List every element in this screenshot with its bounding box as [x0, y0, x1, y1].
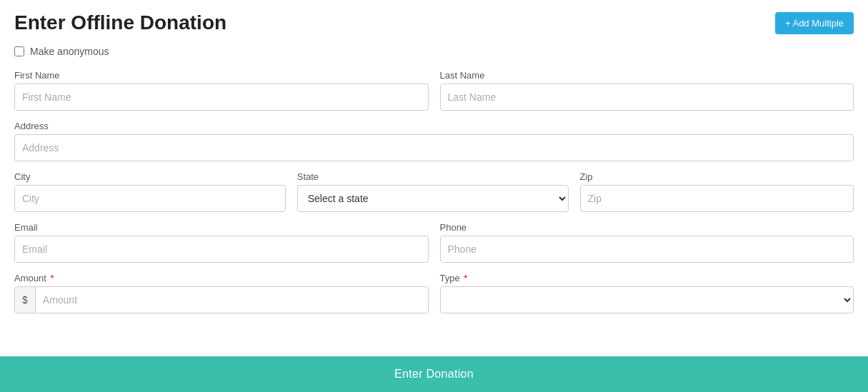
amount-input-wrapper: $ — [14, 286, 429, 313]
type-select[interactable] — [440, 286, 854, 313]
address-input[interactable] — [14, 134, 854, 161]
submit-button[interactable]: Enter Donation — [0, 356, 868, 392]
state-select[interactable]: Select a state Alabama Alaska Arizona Ca… — [297, 185, 569, 212]
address-label: Address — [14, 121, 854, 131]
phone-input[interactable] — [440, 236, 854, 263]
email-group: Email — [14, 222, 429, 263]
name-row: First Name Last Name — [14, 70, 854, 111]
state-label: State — [297, 171, 569, 182]
last-name-group: Last Name — [440, 70, 854, 111]
amount-input[interactable] — [36, 287, 428, 313]
phone-group: Phone — [440, 222, 854, 263]
zip-group: Zip — [580, 171, 854, 212]
amount-label: Amount * — [14, 273, 429, 283]
first-name-input[interactable] — [14, 84, 429, 111]
email-label: Email — [14, 222, 429, 233]
amount-prefix: $ — [15, 287, 36, 313]
state-group: State Select a state Alabama Alaska Ariz… — [297, 171, 569, 212]
email-phone-row: Email Phone — [14, 222, 854, 263]
amount-required-marker: * — [48, 273, 54, 283]
anonymous-row: Make anonymous — [14, 46, 854, 57]
page-title: Enter Offline Donation — [14, 11, 226, 34]
anonymous-label: Make anonymous — [30, 46, 109, 57]
header-row: Enter Offline Donation + Add Multiple — [14, 11, 854, 34]
amount-type-row: Amount * $ Type * — [14, 273, 854, 313]
add-multiple-button[interactable]: + Add Multiple — [775, 12, 854, 34]
city-input[interactable] — [14, 185, 286, 212]
address-group: Address — [14, 121, 854, 161]
zip-input[interactable] — [580, 185, 854, 212]
city-label: City — [14, 171, 286, 182]
donation-form: First Name Last Name Address City State — [14, 70, 854, 313]
city-state-zip-row: City State Select a state Alabama Alaska… — [14, 171, 854, 212]
last-name-input[interactable] — [440, 84, 854, 111]
city-group: City — [14, 171, 286, 212]
email-input[interactable] — [14, 236, 429, 263]
type-group: Type * — [440, 273, 854, 313]
submit-bar: Enter Donation — [0, 356, 868, 392]
last-name-label: Last Name — [440, 70, 854, 81]
type-label: Type * — [440, 273, 854, 283]
first-name-group: First Name — [14, 70, 429, 111]
phone-label: Phone — [440, 222, 854, 233]
first-name-label: First Name — [14, 70, 429, 81]
amount-group: Amount * $ — [14, 273, 429, 313]
zip-label: Zip — [580, 171, 854, 182]
address-row: Address — [14, 121, 854, 161]
type-required-marker: * — [462, 273, 468, 283]
anonymous-checkbox[interactable] — [14, 46, 24, 56]
